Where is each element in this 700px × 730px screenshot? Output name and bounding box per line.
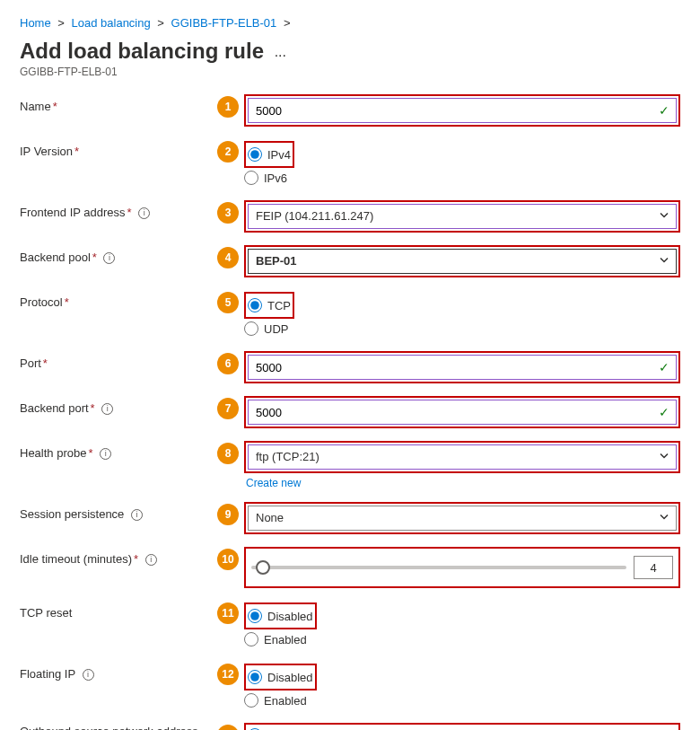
idle-value[interactable]: 4: [634, 556, 673, 579]
backend-select[interactable]: BEP-01: [248, 249, 677, 274]
info-icon[interactable]: i: [100, 448, 111, 460]
info-icon[interactable]: i: [131, 509, 143, 521]
more-icon[interactable]: ···: [275, 48, 286, 63]
label-session: Session persistence: [20, 507, 124, 521]
radio-floating-disabled[interactable]: [248, 670, 262, 684]
radio-ipv4[interactable]: [248, 147, 262, 162]
step-badge-5: 5: [217, 292, 239, 313]
info-icon[interactable]: i: [83, 669, 94, 681]
label-tcpreset-enabled: Enabled: [264, 633, 307, 646]
session-select[interactable]: None: [248, 506, 677, 531]
label-healthprobe: Health probe: [20, 446, 86, 460]
radio-tcp[interactable]: [248, 298, 262, 312]
create-new-link[interactable]: Create new: [246, 477, 301, 489]
page-title: Add load balancing rule: [20, 39, 264, 64]
info-icon[interactable]: i: [101, 403, 113, 415]
label-port: Port: [20, 356, 41, 370]
label-floating-disabled: Disabled: [267, 671, 313, 684]
info-icon[interactable]: i: [103, 252, 115, 264]
step-badge-10: 10: [217, 549, 239, 570]
label-idle: Idle timeout (minutes): [20, 552, 132, 566]
label-frontend: Frontend IP address: [20, 206, 126, 219]
label-ipv6: IPv6: [264, 172, 287, 185]
info-icon[interactable]: i: [145, 554, 157, 566]
label-ipversion: IP Version: [20, 145, 73, 158]
step-badge-9: 9: [217, 504, 239, 525]
port-input[interactable]: [248, 355, 677, 380]
radio-floating-enabled[interactable]: [244, 693, 258, 708]
label-floating: Floating IP: [20, 667, 75, 681]
healthprobe-select[interactable]: ftp (TCP:21): [248, 444, 677, 470]
label-tcpreset: TCP reset: [20, 606, 72, 620]
radio-tcpreset-enabled[interactable]: [244, 632, 258, 646]
label-udp: UDP: [264, 322, 288, 336]
name-input[interactable]: [248, 98, 677, 123]
step-badge-3: 3: [217, 202, 239, 224]
radio-udp[interactable]: [244, 321, 258, 336]
breadcrumb: Home > Load balancing > GGIBB-FTP-ELB-01…: [20, 16, 680, 30]
breadcrumb-lb[interactable]: Load balancing: [72, 16, 151, 30]
label-floating-enabled: Enabled: [264, 694, 307, 708]
step-badge-7: 7: [217, 398, 239, 419]
label-backend: Backend pool: [20, 251, 91, 264]
label-name: Name: [20, 100, 51, 113]
step-badge-11: 11: [217, 602, 239, 624]
label-backendport: Backend port: [20, 401, 89, 415]
step-badge-6: 6: [217, 353, 239, 374]
radio-ipv6[interactable]: [244, 171, 258, 185]
slider-thumb[interactable]: [256, 560, 270, 575]
label-snat: Outbound source network address translat…: [20, 725, 198, 730]
backendport-input[interactable]: [248, 400, 677, 425]
step-badge-8: 8: [217, 443, 239, 464]
info-icon[interactable]: i: [138, 207, 150, 219]
frontend-select[interactable]: FEIP (104.211.61.247): [248, 204, 677, 229]
breadcrumb-home[interactable]: Home: [20, 16, 51, 30]
radio-tcpreset-disabled[interactable]: [248, 609, 262, 623]
label-protocol: Protocol: [20, 295, 63, 309]
step-badge-4: 4: [217, 247, 239, 268]
breadcrumb-resource[interactable]: GGIBB-FTP-ELB-01: [171, 16, 277, 30]
page-subtitle: GGIBB-FTP-ELB-01: [20, 66, 680, 78]
label-tcp: TCP: [267, 299, 291, 312]
label-ipv4: IPv4: [267, 148, 291, 162]
step-badge-12: 12: [217, 664, 239, 685]
label-tcpreset-disabled: Disabled: [267, 610, 313, 623]
step-badge-2: 2: [217, 141, 239, 163]
step-badge-1: 1: [217, 96, 239, 118]
idle-slider[interactable]: [251, 566, 626, 569]
